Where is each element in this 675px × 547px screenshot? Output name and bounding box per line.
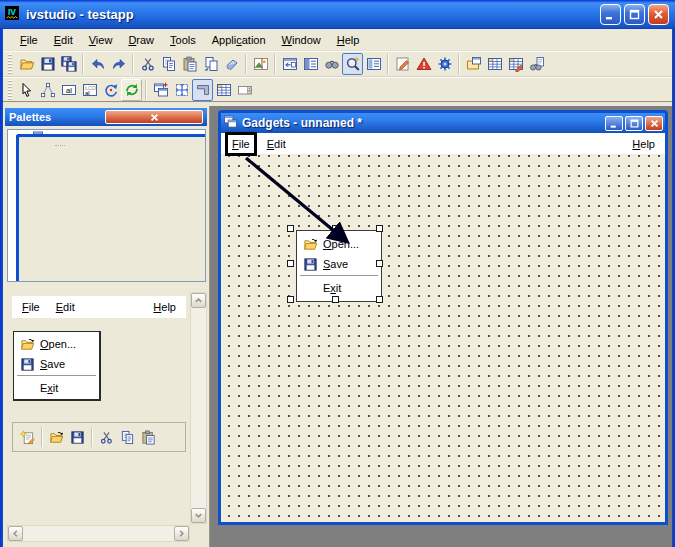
widget-menu-item-exit[interactable]: Exit <box>297 278 381 298</box>
panel-spinner-icon <box>237 82 253 98</box>
maximize-icon <box>628 8 641 21</box>
widget-menu-item-save[interactable]: Save <box>297 254 381 274</box>
selection-handle[interactable] <box>376 296 383 303</box>
undo-button[interactable] <box>87 53 108 75</box>
new-gadget-window-button[interactable] <box>150 79 171 101</box>
duplicate-button[interactable] <box>200 53 221 75</box>
label-button[interactable]: al <box>58 79 79 101</box>
pan-view-button[interactable] <box>279 53 300 75</box>
main-menu-draw[interactable]: Draw <box>120 31 162 49</box>
selection-handle[interactable] <box>332 296 339 303</box>
main-titlebar[interactable]: IV ivstudio - testapp <box>0 0 675 29</box>
maximize-button[interactable] <box>624 4 645 25</box>
palettes-close-button[interactable] <box>105 110 203 124</box>
save-all-button[interactable] <box>58 53 79 75</box>
fit-contents-button[interactable] <box>171 79 192 101</box>
redo-button[interactable] <box>108 53 129 75</box>
child-close-button[interactable] <box>645 116 663 131</box>
find-in-document-button[interactable] <box>526 53 547 75</box>
erase-button[interactable] <box>221 53 242 75</box>
new-button[interactable] <box>17 426 38 448</box>
lcd-label-button[interactable]: LCDal <box>79 79 100 101</box>
scroll-right-button[interactable] <box>174 526 189 541</box>
preview-menu-item-exit[interactable]: Exit <box>14 378 99 398</box>
window-controls <box>600 4 669 25</box>
selection-handle[interactable] <box>287 225 294 232</box>
standard-toolbar-gripper[interactable] <box>8 54 12 74</box>
cut-button[interactable] <box>96 426 117 448</box>
palettes-titlebar[interactable]: Palettes <box>5 108 207 126</box>
preview-menu-help[interactable]: Help <box>145 298 184 316</box>
preview-menu-item-open[interactable]: Open... <box>14 334 99 354</box>
palette-hscrollbar[interactable] <box>7 525 190 542</box>
preview-menu-edit[interactable]: Edit <box>48 298 83 316</box>
main-menu-window[interactable]: Window <box>274 31 329 49</box>
palettes-panel: Palettes GadgetsMenusMatrixMiscellaneous… <box>3 106 210 547</box>
warning-icon <box>416 56 432 72</box>
open-button[interactable] <box>16 53 37 75</box>
picture-button[interactable] <box>250 53 271 75</box>
table-icon <box>487 56 503 72</box>
gadgets-menu-edit[interactable]: Edit <box>259 135 294 153</box>
menus-tool-button[interactable] <box>192 79 213 101</box>
copy-button[interactable] <box>117 426 138 448</box>
matrix-tool-button[interactable] <box>213 79 234 101</box>
edit-button[interactable] <box>392 53 413 75</box>
close-icon <box>149 112 160 123</box>
open-window-button[interactable] <box>463 53 484 75</box>
main-menu-tools[interactable]: Tools <box>162 31 204 49</box>
properties-button[interactable] <box>300 53 321 75</box>
miscellaneous-tool-button[interactable] <box>234 79 255 101</box>
menu-gadget-widget[interactable]: Open...SaveExit <box>296 230 382 302</box>
minimize-button[interactable] <box>600 4 621 25</box>
paste-button[interactable] <box>138 426 159 448</box>
tree-item-more[interactable]: More <box>16 134 206 282</box>
main-menu-application[interactable]: Application <box>204 31 274 49</box>
close-button[interactable] <box>648 4 669 25</box>
main-menu-help[interactable]: Help <box>329 31 368 49</box>
alerts-button[interactable] <box>413 53 434 75</box>
child-maximize-button[interactable] <box>625 116 643 131</box>
details-view-button[interactable] <box>363 53 384 75</box>
save-button[interactable] <box>67 426 88 448</box>
palette-vscrollbar[interactable] <box>190 292 207 524</box>
save-button[interactable] <box>37 53 58 75</box>
selection-handle[interactable] <box>376 260 383 267</box>
rotate-button[interactable] <box>100 79 121 101</box>
selection-handle[interactable] <box>332 225 339 232</box>
selection-handle[interactable] <box>376 225 383 232</box>
gadgets-titlebar[interactable]: Gadgets - unnamed * <box>221 113 665 133</box>
toolbar-separator <box>82 54 84 74</box>
child-minimize-button[interactable] <box>605 116 623 131</box>
find-button[interactable] <box>321 53 342 75</box>
zoom-tool-button[interactable] <box>342 53 363 75</box>
connect-button[interactable] <box>37 79 58 101</box>
data-table-button[interactable] <box>484 53 505 75</box>
cut-button[interactable] <box>137 53 158 75</box>
main-menu-view[interactable]: View <box>81 31 121 49</box>
minimize-icon <box>609 118 620 129</box>
open-button[interactable] <box>46 426 67 448</box>
refresh-button[interactable] <box>121 79 142 101</box>
preview-menu-file[interactable]: File <box>14 298 48 316</box>
scroll-left-button[interactable] <box>8 526 23 541</box>
scroll-down-button[interactable] <box>191 508 206 523</box>
tools-toolbar-gripper[interactable] <box>8 80 12 100</box>
design-canvas[interactable]: Open...SaveExit <box>221 154 665 522</box>
gadgets-menu-file[interactable]: File <box>225 132 257 156</box>
save-icon <box>40 56 56 72</box>
folder-window-icon <box>466 56 482 72</box>
main-menu-file[interactable]: File <box>12 31 46 49</box>
selection-handle[interactable] <box>287 260 294 267</box>
settings-button[interactable] <box>434 53 455 75</box>
scroll-up-button[interactable] <box>191 293 206 308</box>
selection-handle[interactable] <box>287 296 294 303</box>
widget-menu-item-open[interactable]: Open... <box>297 234 381 254</box>
preview-menu-item-save[interactable]: Save <box>14 354 99 374</box>
gadgets-menu-help[interactable]: Help <box>624 135 663 153</box>
copy-button[interactable] <box>158 53 179 75</box>
select-button[interactable] <box>16 79 37 101</box>
main-menu-edit[interactable]: Edit <box>46 31 81 49</box>
edit-table-button[interactable] <box>505 53 526 75</box>
paste-button[interactable] <box>179 53 200 75</box>
